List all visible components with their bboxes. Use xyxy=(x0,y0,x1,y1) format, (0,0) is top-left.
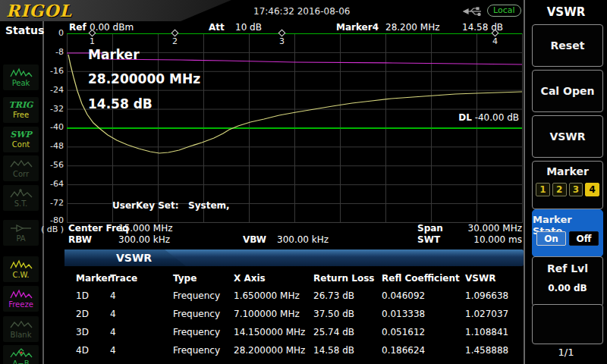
span-label: Span xyxy=(417,223,443,234)
menu-title: VSWR xyxy=(525,5,607,19)
marker1-number: 1 xyxy=(90,36,95,46)
marker-digit-1[interactable]: 1 xyxy=(536,183,550,196)
frequency-settings-rows: Center Freq 15.000 MHz Span 30.000 MHz R… xyxy=(67,223,524,247)
y-tick: -64 xyxy=(42,179,64,189)
userkey-label: UserKey Set: xyxy=(112,200,179,211)
y-tick: 0 xyxy=(42,28,64,38)
userkey-message: UserKey Set: System, xyxy=(112,200,230,211)
rbw-value: 300.00 kHz xyxy=(118,234,170,245)
table-cell: 26.73 dB xyxy=(313,290,354,301)
measure-bar-title: VSWR xyxy=(116,252,152,264)
table-cell: 2D xyxy=(76,309,89,319)
att-label: Att xyxy=(209,22,225,33)
ab-trace-math-icon xyxy=(10,348,33,359)
y-tick: -72 xyxy=(42,198,64,208)
marker2-number: 2 xyxy=(172,36,178,46)
status-panel: Status Peak TRIG Free SWP Cont Corr xyxy=(0,21,44,364)
table-cell: 0.186624 xyxy=(382,345,425,356)
table-cell: 4D xyxy=(76,345,89,356)
status-item-st: S.T. xyxy=(3,185,39,211)
cw-waveform-icon xyxy=(10,259,33,270)
y-axis-unit: ( dB ) xyxy=(41,224,64,234)
table-cell: 4 xyxy=(110,327,116,337)
y-tick: -40 xyxy=(42,122,64,132)
marker-state-off-option[interactable]: Off xyxy=(569,231,599,246)
table-cell: 37.50 dB xyxy=(313,309,354,319)
y-tick: -56 xyxy=(42,160,64,170)
ref-lvl-value: 0.00 dB xyxy=(548,283,587,293)
table-cell: 0.013338 xyxy=(382,309,425,319)
swp-label: SWP xyxy=(10,130,32,140)
reset-button[interactable]: Reset xyxy=(532,24,603,67)
marker-readout-ampl: 14.58 dB xyxy=(88,96,153,111)
cal-open-button[interactable]: Cal Open xyxy=(532,70,603,112)
marker4-freq: 28.200 MHz xyxy=(385,22,439,33)
marker-state-button[interactable]: Marker State On Off xyxy=(532,209,603,257)
table-cell: Frequency xyxy=(173,345,220,356)
status-item-label: Peak xyxy=(12,79,30,87)
status-item-label: PA xyxy=(16,234,25,243)
table-cell: Frequency xyxy=(173,309,220,319)
status-item-corr: Corr xyxy=(3,155,39,181)
analyzer-screen: RIGOL 17:46:32 2016-08-06 Local Status P… xyxy=(0,0,607,364)
status-item-ab: A−B xyxy=(3,345,39,364)
table-cell: 1.650000 MHz xyxy=(234,290,300,301)
rbw-label: RBW xyxy=(68,234,92,245)
y-tick: -32 xyxy=(42,104,64,114)
status-panel-title: Status xyxy=(5,24,44,36)
table-cell: 1.027037 xyxy=(465,309,508,319)
ref-lvl-label: Ref Lvl xyxy=(547,262,588,275)
table-cell: 1.096638 xyxy=(465,290,508,301)
trace-display-area: 1 2 3 4 Marker 28.200000 MHz 14.58 dB DL… xyxy=(67,33,523,223)
swt-value: 10.000 ms xyxy=(446,234,522,245)
table-cell: Frequency xyxy=(173,327,220,337)
table-cell: 1.458888 xyxy=(465,345,508,356)
st-waveform-icon xyxy=(10,188,33,199)
marker-state-on-option[interactable]: On xyxy=(536,231,566,246)
corr-waveform-icon xyxy=(10,158,33,169)
status-item-label: A−B xyxy=(12,359,29,364)
status-item-freeze: Freeze xyxy=(3,286,39,312)
table-cell: 0.051612 xyxy=(382,327,425,337)
table-cell: 1D xyxy=(76,290,89,301)
status-item-swp: SWP Cont xyxy=(3,127,39,152)
menu-page-indicator: 1/1 xyxy=(525,347,607,358)
table-cell: 4 xyxy=(110,290,116,301)
ref-lvl-button[interactable]: Ref Lvl 0.00 dB xyxy=(532,256,603,306)
freeze-waveform-icon xyxy=(10,289,33,300)
marker-digit-4-active[interactable]: 4 xyxy=(585,183,599,196)
span-value: 30.000 MHz xyxy=(446,223,522,234)
empty-softkey-button[interactable] xyxy=(532,304,603,344)
marker-select-button[interactable]: Marker 1 2 3 4 xyxy=(532,161,603,209)
table-cell: Frequency xyxy=(173,290,220,301)
peak-waveform-icon xyxy=(10,67,33,78)
dl-prefix: DL xyxy=(458,112,472,123)
col-header-rcoef: Refl Coefficient xyxy=(382,273,460,284)
swp-mode-label: Cont xyxy=(12,140,30,149)
status-item-label: C.W. xyxy=(12,271,29,279)
cal-open-button-label: Cal Open xyxy=(541,85,595,97)
measure-function-bar: VSWR xyxy=(64,249,524,266)
center-freq-value: 15.000 MHz xyxy=(118,223,172,234)
marker-results-table: Marker Trace Type X Axis Return Loss Ref… xyxy=(64,267,524,364)
table-cell: 4 xyxy=(110,345,116,356)
vswr-button[interactable]: VSWR xyxy=(532,115,603,158)
marker4-label: Marker4 xyxy=(336,22,379,33)
sweep-settings-row: Ref 0.00 dBm Att 10 dB Marker4 28.200 MH… xyxy=(67,22,522,33)
table-cell: 14.58 dB xyxy=(313,345,354,356)
table-cell: 0.046092 xyxy=(382,290,425,301)
softkey-menu: VSWR Reset Cal Open VSWR Marker 1 2 3 4 … xyxy=(524,0,607,364)
table-cell: 7.100000 MHz xyxy=(234,309,300,319)
marker-digit-2[interactable]: 2 xyxy=(552,183,567,196)
table-cell: 1.108841 xyxy=(465,327,508,337)
status-item-label: S.T. xyxy=(14,199,28,208)
datetime-display: 17:46:32 2016-08-06 xyxy=(253,6,350,17)
marker4-number: 4 xyxy=(492,36,498,46)
marker-readout-title: Marker xyxy=(88,47,140,62)
col-header-rloss: Return Loss xyxy=(313,273,374,284)
marker-digit-3[interactable]: 3 xyxy=(569,183,583,196)
vbw-value: 300.00 kHz xyxy=(277,234,329,245)
col-header-type: Type xyxy=(173,273,197,284)
reset-button-label: Reset xyxy=(551,39,585,52)
status-item-label: Blank xyxy=(11,331,32,339)
